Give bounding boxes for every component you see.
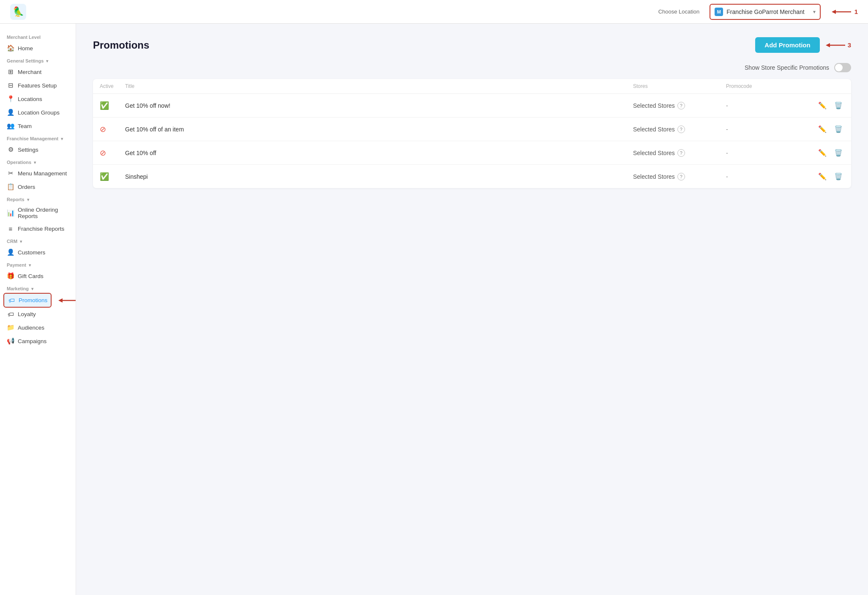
col-title: Title [125, 83, 633, 89]
status-active-icon: ✅ [100, 172, 125, 181]
crm-section[interactable]: CRM ▾ [0, 235, 76, 246]
chevron-down-icon: ▾ [20, 239, 22, 244]
annotation-3: 3 [825, 41, 851, 49]
sidebar-item-promotions[interactable]: 🏷 Promotions [3, 293, 52, 308]
sidebar-item-menu-management[interactable]: ✂ Menu Management [0, 166, 76, 180]
col-promocode: Promocode [726, 83, 811, 89]
promotion-title: Get 10% off now! [125, 102, 633, 109]
sidebar-item-location-groups[interactable]: 👤 Location Groups [0, 106, 76, 119]
promotions-toolbar: Show Store Specific Promotions [93, 63, 851, 72]
delete-button[interactable]: 🗑️ [833, 171, 844, 182]
status-active-icon: ✅ [100, 101, 125, 110]
home-icon: 🏠 [7, 44, 14, 52]
general-settings-section[interactable]: General Settings ▾ [0, 55, 76, 65]
sidebar-item-franchise-reports[interactable]: ≡ Franchise Reports [0, 222, 76, 235]
sidebar-item-settings[interactable]: ⚙ Settings [0, 143, 76, 156]
promocode-value: - [726, 126, 811, 133]
promocode-value: - [726, 102, 811, 109]
franchise-reports-icon: ≡ [7, 225, 14, 232]
sidebar-item-customers[interactable]: 👤 Customers [0, 246, 76, 259]
location-icon: 📍 [7, 95, 14, 103]
delete-button[interactable]: 🗑️ [833, 123, 844, 135]
reports-section[interactable]: Reports ▾ [0, 194, 76, 204]
location-name: Franchise GoParrot Merchant [726, 8, 804, 15]
sidebar-item-team[interactable]: 👥 Team [0, 119, 76, 133]
table-row: ⊘ Get 10% off Selected Stores ? - ✏️ 🗑️ [93, 141, 851, 165]
location-groups-icon: 👤 [7, 109, 14, 116]
show-store-toggle[interactable] [834, 63, 851, 72]
table-row: ✅ Sinshepi Selected Stores ? - ✏️ 🗑️ [93, 165, 851, 188]
topbar: 🦜 Choose Location M Franchise GoParrot M… [0, 0, 868, 24]
merchant-level-section: Merchant Level [0, 30, 76, 41]
arrow-left-icon [831, 8, 852, 16]
help-icon[interactable]: ? [677, 149, 685, 157]
stores-label: Selected Stores [633, 173, 675, 180]
promotion-title: Sinshepi [125, 173, 633, 180]
chevron-down-icon: ▾ [34, 160, 36, 165]
help-icon[interactable]: ? [677, 126, 685, 133]
edit-button[interactable]: ✏️ [816, 171, 828, 182]
sidebar: Merchant Level 🏠 Home General Settings ▾… [0, 24, 76, 595]
delete-button[interactable]: 🗑️ [833, 147, 844, 158]
chevron-down-icon: ▾ [813, 9, 816, 15]
actions-cell: ✏️ 🗑️ [811, 171, 844, 182]
edit-button[interactable]: ✏️ [816, 123, 828, 135]
actions-cell: ✏️ 🗑️ [811, 147, 844, 158]
show-store-label: Show Store Specific Promotions [745, 64, 829, 71]
col-stores: Stores [633, 83, 726, 89]
merchant-icon: ⊞ [7, 68, 14, 76]
promotions-nav-wrapper: 🏷 Promotions 2 [0, 293, 76, 308]
promotion-title: Get 10% off [125, 150, 633, 156]
marketing-section[interactable]: Marketing ▾ [0, 283, 76, 293]
annotation-2: 2 [57, 297, 76, 304]
delete-button[interactable]: 🗑️ [833, 100, 844, 111]
sidebar-item-home[interactable]: 🏠 Home [0, 41, 76, 55]
promotions-table: Active Title Stores Promocode ✅ Get 10% … [93, 79, 851, 188]
actions-cell: ✏️ 🗑️ [811, 123, 844, 135]
sidebar-item-campaigns[interactable]: 📢 Campaigns [0, 334, 76, 348]
svg-marker-1 [832, 10, 836, 14]
operations-section[interactable]: Operations ▾ [0, 156, 76, 166]
loyalty-icon: 🏷 [7, 311, 14, 318]
logo: 🦜 [10, 4, 26, 20]
status-inactive-icon: ⊘ [100, 125, 125, 134]
edit-button[interactable]: ✏️ [816, 100, 828, 111]
sidebar-item-audiences[interactable]: 📁 Audiences [0, 321, 76, 334]
gift-cards-icon: 🎁 [7, 272, 14, 280]
stores-cell: Selected Stores ? [633, 149, 726, 157]
help-icon[interactable]: ? [677, 173, 685, 180]
chevron-down-icon: ▾ [31, 287, 33, 291]
sidebar-item-gift-cards[interactable]: 🎁 Gift Cards [0, 269, 76, 283]
sidebar-item-features-setup[interactable]: ⊟ Features Setup [0, 79, 76, 92]
table-row: ⊘ Get 10% off of an item Selected Stores… [93, 117, 851, 141]
page-header: Promotions Add Promotion 3 [93, 37, 851, 53]
status-inactive-icon: ⊘ [100, 148, 125, 158]
team-icon: 👥 [7, 122, 14, 130]
actions-cell: ✏️ 🗑️ [811, 100, 844, 111]
chevron-down-icon: ▾ [61, 136, 63, 141]
sidebar-item-loyalty[interactable]: 🏷 Loyalty [0, 308, 76, 321]
sidebar-item-orders[interactable]: 📋 Orders [0, 180, 76, 194]
add-promotion-button[interactable]: Add Promotion [755, 37, 819, 53]
location-selector[interactable]: M Franchise GoParrot Merchant ▾ [710, 4, 820, 20]
table-header: Active Title Stores Promocode [93, 79, 851, 94]
promocode-value: - [726, 173, 811, 180]
promotion-title: Get 10% off of an item [125, 126, 633, 133]
col-actions [811, 83, 844, 89]
sidebar-item-online-ordering-reports[interactable]: 📊 Online Ordering Reports [0, 204, 76, 222]
app-layout: Merchant Level 🏠 Home General Settings ▾… [0, 24, 868, 595]
settings-icon: ⚙ [7, 146, 14, 153]
help-icon[interactable]: ? [677, 102, 685, 109]
main-content: Promotions Add Promotion 3 Show Store Sp… [76, 24, 868, 595]
table-row: ✅ Get 10% off now! Selected Stores ? - ✏… [93, 94, 851, 117]
campaigns-icon: 📢 [7, 337, 14, 345]
stores-cell: Selected Stores ? [633, 173, 726, 180]
payment-section[interactable]: Payment ▾ [0, 259, 76, 269]
edit-button[interactable]: ✏️ [816, 147, 828, 158]
franchise-management-section[interactable]: Franchise Management ▾ [0, 133, 76, 143]
header-actions: Add Promotion 3 [755, 37, 851, 53]
customers-icon: 👤 [7, 248, 14, 256]
sidebar-item-locations[interactable]: 📍 Locations [0, 92, 76, 106]
stores-label: Selected Stores [633, 150, 675, 156]
sidebar-item-merchant[interactable]: ⊞ Merchant [0, 65, 76, 79]
